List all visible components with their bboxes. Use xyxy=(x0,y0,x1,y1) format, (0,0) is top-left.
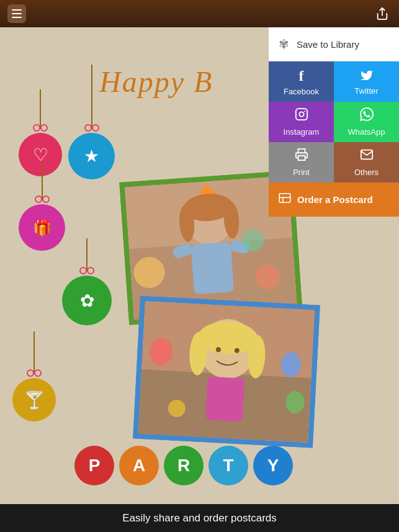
flower-icon: ✿ xyxy=(80,291,94,311)
svg-point-11 xyxy=(87,268,94,274)
svg-point-15 xyxy=(33,372,35,374)
facebook-label: Facebook xyxy=(284,87,319,96)
svg-point-5 xyxy=(92,125,99,131)
instagram-label: Instagram xyxy=(284,127,320,137)
share-button[interactable] xyxy=(373,4,392,23)
photo-frame-2 xyxy=(133,296,320,448)
share-panel: ✾ Save to Library f Facebook Twitter Ins… xyxy=(269,27,399,217)
whatsapp-icon xyxy=(360,107,374,125)
facebook-icon: f xyxy=(299,68,304,84)
svg-point-4 xyxy=(85,125,91,131)
print-icon xyxy=(295,148,308,165)
svg-point-2 xyxy=(41,125,47,131)
facebook-button[interactable]: f Facebook xyxy=(269,61,334,102)
order-postcard-label: Order a Postcard xyxy=(297,194,373,205)
party-letter-y: Y xyxy=(253,446,293,485)
others-icon xyxy=(360,148,374,165)
whatsapp-label: WhatsApp xyxy=(348,127,385,137)
bottom-bar: Easily share and order postcards xyxy=(0,504,399,532)
svg-rect-43 xyxy=(295,109,307,120)
party-letter-a: A xyxy=(119,446,159,485)
party-letter-t: T xyxy=(208,446,248,485)
ornament-3-container: 🎁 xyxy=(19,164,65,198)
twitter-button[interactable]: Twitter xyxy=(334,61,399,102)
svg-rect-21 xyxy=(191,242,234,294)
postcard-icon xyxy=(279,193,291,206)
heart-icon: ♡ xyxy=(33,145,48,165)
svg-point-14 xyxy=(35,370,41,376)
svg-point-1 xyxy=(34,125,40,131)
whatsapp-button[interactable]: WhatsApp xyxy=(334,102,399,142)
hamburger-icon xyxy=(12,9,22,18)
instagram-button[interactable]: Instagram xyxy=(269,102,334,142)
ornament-4-container: ✿ xyxy=(62,238,112,269)
ornament-4: ✿ xyxy=(62,276,112,325)
top-bar xyxy=(0,0,399,27)
social-grid: f Facebook Twitter Instagram WhatsApp xyxy=(269,61,399,183)
bow-5 xyxy=(27,369,42,377)
svg-point-6 xyxy=(91,127,93,129)
svg-point-45 xyxy=(304,110,305,112)
bow-4 xyxy=(79,266,94,275)
happy-birthday-text: Happy B xyxy=(99,65,213,99)
girl-photo-2 xyxy=(138,301,315,443)
ornament-5: 🍸 xyxy=(12,378,56,422)
others-button[interactable]: Others xyxy=(334,142,399,183)
ornament-2-container: ★ xyxy=(68,65,115,127)
string-1 xyxy=(40,89,41,127)
party-text-row: P A R T Y xyxy=(74,446,293,485)
ornament-2: ★ xyxy=(68,133,115,179)
bow-1 xyxy=(33,124,48,132)
svg-point-7 xyxy=(35,196,42,202)
svg-point-10 xyxy=(80,268,86,274)
twitter-icon xyxy=(360,68,374,84)
svg-rect-38 xyxy=(205,376,245,422)
save-to-library-button[interactable]: ✾ Save to Library xyxy=(269,27,399,61)
svg-point-3 xyxy=(39,127,42,129)
string-5 xyxy=(34,331,35,372)
instagram-icon xyxy=(295,107,308,125)
string-3 xyxy=(42,164,43,198)
gift-icon: 🎁 xyxy=(33,219,52,237)
svg-point-8 xyxy=(43,196,49,202)
party-letter-r: R xyxy=(164,446,204,485)
share-icon xyxy=(375,7,389,20)
svg-point-13 xyxy=(27,370,34,376)
save-to-library-label: Save to Library xyxy=(297,39,359,50)
svg-point-12 xyxy=(86,269,88,272)
print-button[interactable]: Print xyxy=(269,142,334,183)
svg-point-44 xyxy=(299,112,303,116)
print-label: Print xyxy=(293,168,310,177)
svg-rect-46 xyxy=(298,156,305,160)
photo-2 xyxy=(138,301,315,443)
menu-button[interactable] xyxy=(7,4,26,23)
bow-3 xyxy=(35,195,50,204)
twitter-label: Twitter xyxy=(354,86,378,96)
string-2 xyxy=(91,65,92,127)
party-letter-p: P xyxy=(74,446,114,485)
star-icon: ★ xyxy=(84,146,99,166)
ornament-5-container: 🍸 xyxy=(12,331,56,372)
cocktail-icon: 🍸 xyxy=(24,390,45,410)
bottom-text: Easily share and order postcards xyxy=(122,512,277,525)
string-4 xyxy=(86,238,87,269)
svg-point-9 xyxy=(41,198,43,201)
ornament-1-container: ♡ xyxy=(19,89,62,127)
ornament-3: 🎁 xyxy=(19,204,65,251)
save-flower-icon: ✾ xyxy=(279,37,289,52)
bow-2 xyxy=(84,124,99,132)
order-postcard-button[interactable]: Order a Postcard xyxy=(269,183,399,217)
others-label: Others xyxy=(354,168,379,177)
